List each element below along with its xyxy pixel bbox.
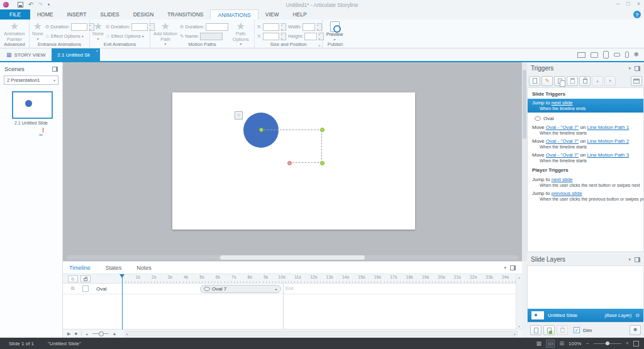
timeline-horizontal-scrollbar[interactable]: ◂ ▸ — [125, 331, 518, 336]
edit-trigger-button[interactable]: ✎ — [541, 76, 553, 86]
eye-icon[interactable]: ⊙ — [70, 286, 75, 291]
dim-checkbox[interactable]: ✓ — [574, 327, 580, 333]
trigger-move-1[interactable]: Move Oval - "Oval 7" on Line Motion Path… — [528, 123, 643, 130]
tab-slides[interactable]: SLIDES — [93, 9, 126, 19]
panel-pin-icon[interactable] — [635, 257, 640, 262]
zoom-out-icon[interactable]: ▲ — [86, 332, 89, 336]
row-checkbox[interactable] — [82, 285, 89, 292]
tab-file[interactable]: FILE — [0, 9, 30, 19]
base-layer-row[interactable]: Untitled Slide (Base Layer) ⊙ — [528, 309, 643, 322]
tab-slide-2-1[interactable]: 2.1 Untitled Sli × — [52, 48, 100, 61]
panel-pin-icon[interactable] — [510, 265, 516, 270]
path-link[interactable]: Line Motion Path 2 — [587, 138, 630, 144]
minimize-button[interactable]: – — [616, 1, 619, 7]
phone-portrait-preview-icon[interactable] — [625, 52, 629, 58]
undo-icon[interactable]: ↶ — [28, 2, 33, 8]
width-input[interactable] — [303, 23, 315, 31]
close-button[interactable]: × — [637, 1, 640, 7]
entrance-duration-input[interactable] — [71, 23, 87, 31]
tab-transitions[interactable]: TRANSITIONS — [160, 9, 210, 19]
timeline-zoom-slider[interactable] — [92, 333, 109, 334]
duplicate-layer-button[interactable] — [543, 325, 555, 335]
tab-insert[interactable]: INSERT — [60, 9, 93, 19]
delete-layer-button[interactable] — [557, 325, 568, 335]
feed-view-icon[interactable]: ⊞ — [559, 341, 564, 346]
stop-button[interactable]: ■ — [74, 331, 77, 336]
tab-view[interactable]: VIEW — [258, 9, 286, 19]
slide-canvas[interactable]: ☆ — [63, 62, 522, 261]
tab-notes[interactable]: Notes — [136, 265, 152, 271]
y-input[interactable] — [263, 33, 279, 40]
panel-menu-icon[interactable]: ▾ — [628, 66, 631, 71]
trigger-player-previous[interactable]: Jump to previous slide — [528, 189, 643, 196]
manage-variables-button[interactable] — [631, 76, 642, 86]
exit-effect-options-button[interactable]: ☆ Effect Options ▾ — [106, 32, 155, 40]
motion-path-start-handle[interactable] — [259, 128, 264, 132]
playhead-line[interactable] — [122, 275, 123, 330]
toggle-all-visibility-button[interactable]: ⊙ — [68, 275, 78, 282]
canvas-horizontal-scrollbar[interactable] — [67, 255, 518, 260]
tablet-landscape-preview-icon[interactable] — [591, 52, 598, 58]
redo-icon[interactable]: ↷ — [38, 2, 43, 8]
exit-none-button[interactable]: ★ None ▾ — [92, 21, 104, 42]
motion-path-2-end-handle[interactable] — [320, 161, 325, 165]
zoom-in-icon[interactable]: ▲ — [113, 331, 117, 336]
phone-landscape-preview-icon[interactable] — [614, 53, 620, 57]
tablet-portrait-preview-icon[interactable] — [603, 51, 609, 58]
scrollbar-thumb[interactable] — [220, 255, 365, 260]
timeline-ruler[interactable]: 1s2s3s4s5s6s7s8s9s10s11s12s13s14s15s16s1… — [119, 274, 516, 284]
motion-path-2-line[interactable] — [321, 130, 322, 163]
tab-design[interactable]: DESIGN — [126, 9, 161, 19]
slide-thumbnail[interactable] — [12, 91, 53, 119]
timeline-vertical-scrollbar[interactable]: ▴ ▾ — [516, 274, 522, 330]
motion-path-1-line[interactable] — [261, 130, 322, 130]
close-tab-icon[interactable]: × — [96, 49, 98, 53]
animation-painter-button[interactable]: ★ Animation Painter — [3, 21, 26, 42]
zoom-in-icon[interactable]: + — [626, 341, 629, 346]
trigger-move-2[interactable]: Move Oval - "Oval 7" on Line Motion Path… — [528, 136, 643, 144]
object-link[interactable]: Oval - "Oval 7" — [546, 138, 579, 144]
help-icon[interactable]: ? — [633, 11, 641, 18]
timeline-end-marker[interactable] — [283, 284, 284, 330]
exit-duration-input[interactable] — [131, 23, 148, 31]
scroll-right-icon[interactable]: ▸ — [514, 332, 516, 336]
motion-path-1-end-handle[interactable] — [320, 128, 325, 132]
customize-toolbar-icon[interactable]: ▾ — [48, 2, 50, 8]
play-button[interactable]: ▶ — [67, 331, 70, 336]
object-link[interactable]: Oval - "Oval 7" — [546, 152, 579, 158]
panel-menu-icon[interactable]: ▾ — [628, 257, 631, 262]
layer-visibility-eye-icon[interactable]: ⊙ — [635, 313, 640, 318]
scroll-left-icon[interactable]: ◂ — [126, 332, 128, 336]
next-slide-link[interactable]: next slide — [552, 100, 573, 106]
app-icon[interactable] — [3, 2, 9, 8]
size-dialog-launcher-icon[interactable]: ↘ — [318, 43, 321, 47]
tab-animations[interactable]: ANIMATIONS — [210, 9, 258, 19]
animation-badge[interactable]: ☆ — [235, 111, 243, 119]
trigger-player-next[interactable]: Jump to next slide — [528, 175, 643, 182]
motion-path-3-line[interactable] — [289, 162, 322, 163]
y-spinner[interactable] — [280, 33, 286, 40]
copy-trigger-button[interactable] — [554, 76, 565, 86]
panel-menu-icon[interactable]: ▾ — [504, 265, 506, 270]
path-link[interactable]: Line Motion Path 3 — [587, 152, 630, 158]
scene-selector-dropdown[interactable]: 2 Presentation1 ▾ — [4, 75, 58, 85]
move-trigger-down-button[interactable]: ▾ — [604, 76, 616, 86]
tab-states[interactable]: States — [106, 265, 122, 271]
timeline-bar-oval7[interactable]: Oval 7 ▸ — [200, 285, 281, 293]
scroll-down-icon[interactable]: ▾ — [518, 324, 520, 328]
x-spinner[interactable] — [280, 23, 286, 31]
trigger-jump-next-timeline[interactable]: Jump to next slide When the timeline end… — [528, 99, 643, 113]
preview-button[interactable]: Preview ▾ — [325, 21, 344, 42]
tab-help[interactable]: HELP — [286, 9, 313, 19]
move-trigger-up-button[interactable]: ▴ — [592, 76, 603, 86]
fit-to-window-icon[interactable] — [633, 341, 639, 346]
motion-duration-input[interactable] — [206, 23, 228, 31]
scrollbar-thumb[interactable] — [523, 70, 526, 139]
grid-view-icon[interactable]: ▦ — [536, 341, 541, 346]
motion-path-3-end-handle[interactable] — [287, 161, 292, 165]
next-slide-link[interactable]: next slide — [552, 177, 573, 182]
tab-timeline[interactable]: Timeline — [69, 265, 91, 271]
trigger-group-oval[interactable]: Oval — [528, 113, 643, 123]
layer-properties-button[interactable]: ✱ — [630, 325, 641, 335]
trigger-move-3[interactable]: Move Oval - "Oval 7" on Line Motion Path… — [528, 150, 643, 158]
